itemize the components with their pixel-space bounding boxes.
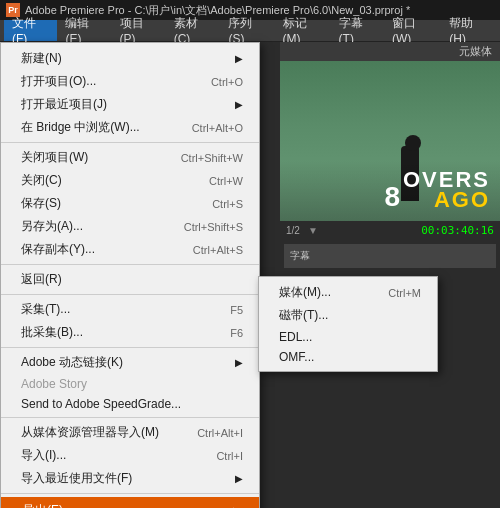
- menu-save-copy[interactable]: 保存副本(Y)... Ctrl+Alt+S: [1, 238, 259, 261]
- separator-6: [1, 493, 259, 494]
- separator-1: [1, 142, 259, 143]
- separator-4: [1, 347, 259, 348]
- menu-browse[interactable]: 在 Bridge 中浏览(W)... Ctrl+Alt+O: [1, 116, 259, 139]
- menu-revert[interactable]: 返回(R): [1, 268, 259, 291]
- menu-open-recent[interactable]: 打开最近项目(J) ▶: [1, 93, 259, 116]
- menu-dynamic-link[interactable]: Adobe 动态链接(K) ▶: [1, 351, 259, 374]
- menu-adobe-story: Adobe Story: [1, 374, 259, 394]
- arrow-icon: ▶: [235, 99, 243, 110]
- menu-send-speedgrade[interactable]: Send to Adobe SpeedGrade...: [1, 394, 259, 414]
- separator-3: [1, 294, 259, 295]
- video-preview: OVERS AGO 8: [280, 61, 500, 221]
- arrow-icon: ▶: [235, 473, 243, 484]
- player-head: [405, 135, 421, 151]
- menu-close-project[interactable]: 关闭项目(W) Ctrl+Shift+W: [1, 146, 259, 169]
- menu-export[interactable]: 导出(E) ▶: [1, 497, 259, 508]
- score-number: 8: [384, 181, 400, 213]
- menu-save-as[interactable]: 另存为(A)... Ctrl+Shift+S: [1, 215, 259, 238]
- menu-bar-sequence[interactable]: 序列(S): [220, 20, 274, 41]
- right-panel: 元媒体 OVERS AGO 8 1/2 ▼ 00:03:40:16 字幕: [280, 42, 500, 508]
- menu-bar: 文件(F) 编辑(E) 项目(P) 素材(C) 序列(S) 标记(M) 字幕(T…: [0, 20, 500, 42]
- panel-toolbar: 字幕: [284, 244, 496, 268]
- separator-5: [1, 417, 259, 418]
- menu-bar-material[interactable]: 素材(C): [166, 20, 221, 41]
- timecode: 00:03:40:16: [421, 224, 494, 237]
- main-area: 元媒体 OVERS AGO 8 1/2 ▼ 00:03:40:16 字幕: [0, 42, 500, 508]
- separator-2: [1, 264, 259, 265]
- export-media[interactable]: 媒体(M)... Ctrl+M: [259, 281, 437, 304]
- menu-bar-window[interactable]: 窗口(W): [384, 20, 441, 41]
- export-submenu: 媒体(M)... Ctrl+M 磁带(T)... EDL... OMF...: [258, 276, 438, 372]
- menu-import-from-media[interactable]: 从媒体资源管理器导入(M) Ctrl+Alt+I: [1, 421, 259, 444]
- arrow-icon: ▶: [235, 53, 243, 64]
- export-omf[interactable]: OMF...: [259, 347, 437, 367]
- menu-open[interactable]: 打开项目(O)... Ctrl+O: [1, 70, 259, 93]
- menu-new[interactable]: 新建(N) ▶: [1, 47, 259, 70]
- menu-close[interactable]: 关闭(C) Ctrl+W: [1, 169, 259, 192]
- text-ago: AGO: [434, 187, 490, 213]
- menu-capture[interactable]: 采集(T)... F5: [1, 298, 259, 321]
- fit-label: ▼: [308, 225, 318, 236]
- panel-label: 元媒体: [280, 42, 500, 61]
- menu-batch[interactable]: 批采集(B)... F6: [1, 321, 259, 344]
- menu-bar-edit[interactable]: 编辑(E): [57, 20, 111, 41]
- export-tape[interactable]: 磁带(T)...: [259, 304, 437, 327]
- menu-bar-help[interactable]: 帮助(H): [441, 20, 496, 41]
- panel-toolbar-label: 字幕: [290, 249, 310, 263]
- zoom-label: 1/2: [286, 225, 300, 236]
- export-edl[interactable]: EDL...: [259, 327, 437, 347]
- menu-bar-file[interactable]: 文件(F): [4, 20, 57, 41]
- menu-import-recent[interactable]: 导入最近使用文件(F) ▶: [1, 467, 259, 490]
- arrow-icon: ▶: [235, 357, 243, 368]
- menu-bar-marker[interactable]: 标记(M): [275, 20, 331, 41]
- menu-bar-font[interactable]: 字幕(T): [331, 20, 384, 41]
- menu-bar-project[interactable]: 项目(P): [112, 20, 166, 41]
- file-dropdown-menu: 新建(N) ▶ 打开项目(O)... Ctrl+O 打开最近项目(J) ▶ 在 …: [0, 42, 260, 508]
- menu-save[interactable]: 保存(S) Ctrl+S: [1, 192, 259, 215]
- panel-controls: 1/2 ▼ 00:03:40:16: [280, 221, 500, 240]
- menu-import[interactable]: 导入(I)... Ctrl+I: [1, 444, 259, 467]
